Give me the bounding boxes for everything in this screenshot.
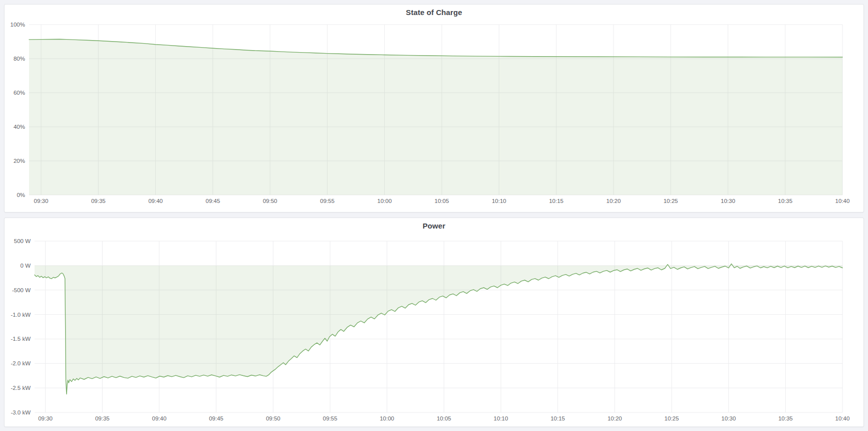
x-tick-label: 09:30 (34, 198, 49, 204)
x-tick-label: 10:35 (778, 415, 793, 421)
x-tick-label: 10:15 (549, 198, 563, 204)
series-fill (35, 264, 842, 394)
soc-chart[interactable]: 100%80%60%40%20%0%09:3009:3509:4009:4509… (5, 5, 863, 212)
x-tick-label: 09:55 (320, 198, 335, 204)
panel-title[interactable]: Power (5, 222, 863, 230)
x-tick-label: 10:05 (437, 415, 451, 421)
panel-state-of-charge: State of Charge 100%80%60%40%20%0%09:300… (4, 4, 864, 212)
x-tick-label: 10:20 (608, 415, 622, 421)
x-tick-label: 09:50 (263, 198, 277, 204)
x-tick-label: 09:45 (209, 415, 223, 421)
x-tick-label: 10:40 (835, 415, 850, 421)
y-tick-label: 40% (14, 124, 25, 130)
x-tick-label: 10:30 (721, 198, 735, 204)
y-tick-label: 60% (14, 90, 25, 96)
y-tick-label: 20% (14, 158, 25, 164)
series-fill (29, 39, 842, 195)
y-tick-label: 100% (11, 22, 25, 28)
y-tick-label: 0% (17, 192, 25, 198)
x-tick-label: 10:30 (721, 415, 736, 421)
x-tick-label: 10:10 (494, 415, 508, 421)
y-tick-label: 0 W (21, 263, 31, 269)
panel-power: Power 500 W0 W-500 W-1.0 kW-1.5 kW-2.0 k… (4, 218, 864, 427)
x-tick-label: 10:35 (778, 198, 792, 204)
y-tick-label: -1.0 kW (11, 312, 31, 318)
x-tick-label: 10:15 (550, 415, 565, 421)
x-tick-label: 09:40 (152, 415, 167, 421)
y-tick-label: -1.5 kW (11, 336, 31, 342)
x-tick-label: 10:25 (665, 415, 679, 421)
x-tick-label: 10:00 (377, 198, 392, 204)
y-tick-label: -2.0 kW (11, 360, 31, 366)
x-tick-label: 09:40 (148, 198, 163, 204)
panel-title[interactable]: State of Charge (5, 8, 863, 17)
x-tick-label: 09:30 (38, 415, 53, 421)
y-tick-label: -2.5 kW (11, 385, 31, 391)
x-tick-label: 10:00 (380, 415, 394, 421)
y-tick-label: -500 W (12, 287, 31, 293)
x-tick-label: 10:20 (607, 198, 621, 204)
y-tick-label: -3.0 kW (11, 409, 31, 415)
x-tick-label: 09:35 (95, 415, 110, 421)
dashboard: State of Charge 100%80%60%40%20%0%09:300… (0, 0, 868, 431)
x-tick-label: 10:05 (435, 198, 449, 204)
x-tick-label: 09:45 (206, 198, 220, 204)
x-tick-label: 10:40 (835, 198, 850, 204)
x-tick-label: 09:50 (266, 415, 280, 421)
x-tick-label: 09:55 (323, 415, 338, 421)
y-tick-label: 80% (14, 56, 25, 62)
y-tick-label: 500 W (14, 238, 31, 244)
x-tick-label: 09:35 (91, 198, 106, 204)
power-chart[interactable]: 500 W0 W-500 W-1.0 kW-1.5 kW-2.0 kW-2.5 … (5, 218, 863, 426)
x-tick-label: 10:25 (664, 198, 678, 204)
x-tick-label: 10:10 (492, 198, 506, 204)
